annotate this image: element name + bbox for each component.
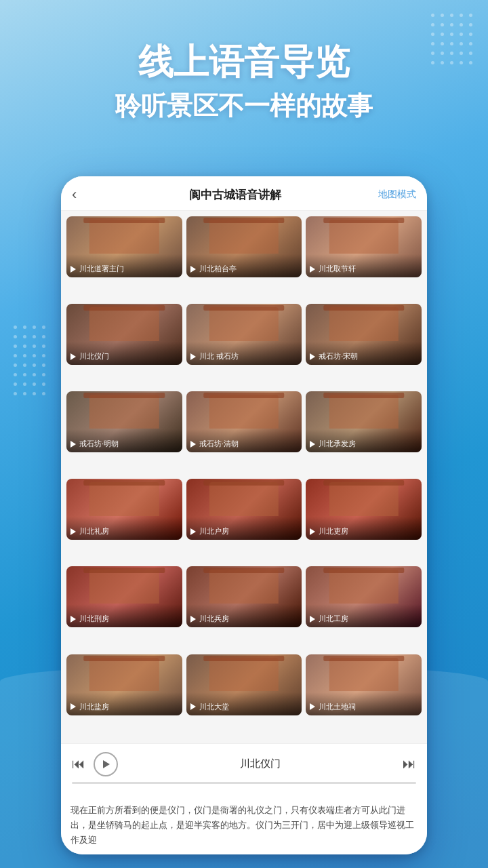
grid-item-2[interactable]: 川北柏台亭 bbox=[186, 216, 302, 277]
grid-item-8[interactable]: 戒石坊·清朝 bbox=[186, 391, 302, 452]
grid-item-label: 川北刑房 bbox=[66, 604, 182, 627]
grid-item-text: 川北大堂 bbox=[199, 702, 229, 712]
grid-item-label: 戒石坊·明朝 bbox=[66, 429, 182, 452]
grid-item-label: 川北大堂 bbox=[186, 692, 302, 715]
map-mode-button[interactable]: 地图模式 bbox=[378, 189, 416, 201]
grid-item-text: 川北 戒石坊 bbox=[199, 351, 239, 361]
audio-grid: 川北道署主门川北柏台亭川北取节轩川北仪门川北 戒石坊戒石坊·宋朝戒石坊·明朝戒石… bbox=[61, 211, 427, 743]
grid-item-text: 川北土地祠 bbox=[319, 702, 356, 712]
grid-item-12[interactable]: 川北吏房 bbox=[306, 479, 422, 540]
play-icon bbox=[310, 616, 317, 623]
grid-item-text: 川北承发房 bbox=[319, 439, 356, 449]
grid-item-label: 川北工房 bbox=[306, 604, 422, 627]
grid-item-label: 川北盐房 bbox=[66, 692, 182, 715]
grid-item-label: 川北户房 bbox=[186, 517, 302, 540]
grid-item-label: 戒石坊·宋朝 bbox=[306, 342, 422, 365]
play-icon bbox=[70, 353, 77, 360]
grid-item-text: 川北刑房 bbox=[79, 614, 109, 624]
progress-row bbox=[72, 782, 416, 784]
play-icon bbox=[190, 441, 197, 448]
grid-item-17[interactable]: 川北大堂 bbox=[186, 654, 302, 715]
grid-item-18[interactable]: 川北土地祠 bbox=[306, 654, 422, 715]
phone-mockup: ‹ 阆中古城语音讲解 地图模式 川北道署主门川北柏台亭川北取节轩川北仪门川北 戒… bbox=[61, 176, 427, 854]
grid-item-13[interactable]: 川北刑房 bbox=[66, 566, 182, 627]
grid-item-text: 川北吏房 bbox=[319, 526, 348, 536]
grid-item-label: 川北吏房 bbox=[306, 517, 422, 540]
grid-item-label: 川北 戒石坊 bbox=[186, 342, 302, 365]
play-icon bbox=[70, 616, 77, 623]
play-icon bbox=[190, 353, 197, 360]
main-title: 线上语音导览 bbox=[0, 41, 488, 83]
grid-item-7[interactable]: 戒石坊·明朝 bbox=[66, 391, 182, 452]
grid-item-label: 川北承发房 bbox=[306, 429, 422, 452]
grid-item-3[interactable]: 川北取节轩 bbox=[306, 216, 422, 277]
grid-item-text: 川北道署主门 bbox=[79, 264, 124, 274]
play-icon bbox=[103, 760, 110, 768]
play-icon bbox=[310, 528, 317, 535]
play-icon bbox=[190, 616, 197, 623]
grid-item-label: 川北礼房 bbox=[66, 517, 182, 540]
grid-item-text: 川北取节轩 bbox=[319, 264, 356, 274]
grid-item-10[interactable]: 川北礼房 bbox=[66, 479, 182, 540]
grid-item-15[interactable]: 川北工房 bbox=[306, 566, 422, 627]
play-icon bbox=[70, 528, 77, 535]
grid-item-label: 川北兵房 bbox=[186, 604, 302, 627]
play-icon bbox=[310, 266, 317, 273]
track-name: 川北仪门 bbox=[126, 757, 394, 770]
grid-item-text: 川北礼房 bbox=[79, 526, 109, 536]
prev-button[interactable]: ⏮ bbox=[72, 756, 85, 772]
decorative-dots-ml bbox=[14, 326, 47, 397]
grid-item-text: 川北仪门 bbox=[79, 351, 109, 361]
app-header: ‹ 阆中古城语音讲解 地图模式 bbox=[61, 176, 427, 211]
grid-item-label: 戒石坊·清朝 bbox=[186, 429, 302, 452]
grid-item-text: 川北工房 bbox=[319, 614, 348, 624]
grid-item-16[interactable]: 川北盐房 bbox=[66, 654, 182, 715]
grid-item-label: 川北土地祠 bbox=[306, 692, 422, 715]
grid-item-4[interactable]: 川北仪门 bbox=[66, 304, 182, 365]
header-section: 线上语音导览 聆听景区不一样的故事 bbox=[0, 41, 488, 123]
app-title: 阆中古城语音讲解 bbox=[92, 187, 378, 203]
play-icon bbox=[310, 703, 317, 710]
back-button[interactable]: ‹ bbox=[72, 186, 92, 203]
grid-item-text: 戒石坊·清朝 bbox=[199, 439, 239, 449]
play-icon bbox=[190, 266, 197, 273]
play-icon bbox=[70, 266, 77, 273]
grid-item-1[interactable]: 川北道署主门 bbox=[66, 216, 182, 277]
play-icon bbox=[310, 441, 317, 448]
grid-item-5[interactable]: 川北 戒石坊 bbox=[186, 304, 302, 365]
grid-item-text: 川北柏台亭 bbox=[199, 264, 237, 274]
grid-item-label: 川北柏台亭 bbox=[186, 254, 302, 277]
grid-item-text: 戒石坊·宋朝 bbox=[319, 351, 358, 361]
player-controls: ⏮ 川北仪门 ⏭ bbox=[72, 752, 416, 776]
play-icon bbox=[70, 703, 77, 710]
next-button[interactable]: ⏭ bbox=[403, 756, 416, 772]
grid-item-11[interactable]: 川北户房 bbox=[186, 479, 302, 540]
grid-item-label: 川北仪门 bbox=[66, 342, 182, 365]
player-bar: ⏮ 川北仪门 ⏭ bbox=[61, 743, 427, 796]
grid-item-text: 川北户房 bbox=[199, 526, 229, 536]
progress-bar[interactable] bbox=[72, 782, 416, 784]
grid-item-14[interactable]: 川北兵房 bbox=[186, 566, 302, 627]
play-icon bbox=[310, 353, 317, 360]
sub-title: 聆听景区不一样的故事 bbox=[0, 90, 488, 123]
play-button[interactable] bbox=[94, 752, 118, 776]
grid-item-text: 戒石坊·明朝 bbox=[79, 439, 119, 449]
play-icon bbox=[190, 703, 197, 710]
grid-item-9[interactable]: 川北承发房 bbox=[306, 391, 422, 452]
grid-item-text: 川北盐房 bbox=[79, 702, 109, 712]
grid-item-label: 川北道署主门 bbox=[66, 254, 182, 277]
play-icon bbox=[190, 528, 197, 535]
grid-item-label: 川北取节轩 bbox=[306, 254, 422, 277]
grid-item-6[interactable]: 戒石坊·宋朝 bbox=[306, 304, 422, 365]
play-icon bbox=[70, 441, 77, 448]
grid-item-text: 川北兵房 bbox=[199, 614, 229, 624]
description-text: 现在正前方所看到的便是仪门，仪门是衙署的礼仪之门，只有仪表端庄者方可从此门进出，… bbox=[61, 796, 427, 854]
